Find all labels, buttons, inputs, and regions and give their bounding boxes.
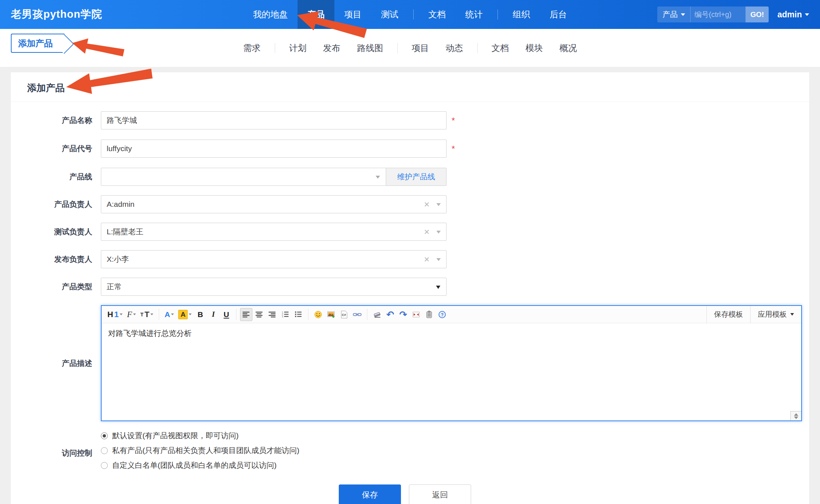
username: admin [777, 10, 802, 20]
access-option-whitelist[interactable]: 自定义白名单(团队成员和白名单的成员可以访问) [101, 460, 299, 470]
panel-title: 添加产品 [11, 72, 809, 102]
go-button[interactable]: GO! [746, 7, 769, 22]
insert-code-button[interactable]: C# [338, 308, 350, 321]
nav-project[interactable]: 项目 [334, 0, 371, 29]
fullscreen-button[interactable] [410, 308, 422, 321]
save-template-button[interactable]: 保存模板 [706, 306, 750, 323]
back-button[interactable]: 返回 [409, 484, 471, 504]
nav-my-dashboard[interactable]: 我的地盘 [243, 0, 298, 29]
align-left-button[interactable] [240, 308, 252, 321]
code-label: 产品代号 [11, 140, 101, 158]
radio-whitelist[interactable] [101, 462, 108, 469]
releaser-label: 发布负责人 [11, 250, 101, 268]
form-row-access: 访问控制 默认设置(有产品视图权限，即可访问) 私有产品(只有产品相关负责人和项… [11, 431, 809, 475]
topbar: 老男孩python学院 我的地盘 产品 项目 测试 文档 统计 组织 后台 产品… [0, 0, 820, 29]
nav-test[interactable]: 测试 [371, 0, 408, 29]
align-right-button[interactable] [266, 308, 278, 321]
align-center-button[interactable] [253, 308, 265, 321]
resize-up-icon [794, 413, 798, 416]
redo-button[interactable]: ↷ [397, 308, 409, 321]
release-owner-picker[interactable]: X:小李 × [101, 250, 447, 268]
subnav-doc[interactable]: 文档 [483, 42, 517, 54]
underline-button[interactable]: U [220, 308, 232, 321]
clear-icon[interactable]: × [424, 196, 430, 213]
clear-icon[interactable]: × [424, 251, 430, 268]
svg-text:3: 3 [282, 315, 283, 317]
app-brand: 老男孩python学院 [11, 7, 102, 22]
editor-content[interactable]: 对路飞学城进行总览分析 [102, 323, 801, 420]
access-option-default[interactable]: 默认设置(有产品视图权限，即可访问) [101, 431, 299, 441]
user-menu[interactable]: admin [777, 10, 809, 20]
form-row-code: 产品代号 * [11, 140, 809, 158]
redo-icon: ↷ [399, 310, 407, 319]
emoticon-button[interactable] [312, 308, 324, 321]
add-product-dropdown-button[interactable]: 添加产品 [11, 34, 64, 53]
italic-button[interactable]: I [207, 308, 219, 321]
product-owner-picker[interactable]: A:admin × [101, 195, 447, 213]
help-button[interactable]: ? [436, 308, 448, 321]
access-option-private[interactable]: 私有产品(只有产品相关负责人和项目团队成员才能访问) [101, 445, 299, 456]
toolbar-divider [159, 309, 159, 320]
product-code-input[interactable] [101, 140, 447, 158]
unordered-list-button[interactable] [292, 308, 304, 321]
subnav-story[interactable]: 需求 [235, 42, 269, 54]
subnav-dynamic[interactable]: 动态 [437, 42, 471, 54]
insert-image-button[interactable] [325, 308, 337, 321]
ordered-list-button[interactable]: 123 [279, 308, 291, 321]
line-label: 产品线 [11, 168, 101, 186]
nav-org[interactable]: 组织 [503, 0, 540, 29]
undo-button[interactable]: ↶ [384, 308, 396, 321]
bold-icon: B [198, 310, 203, 319]
svg-text:C#: C# [342, 313, 346, 317]
product-owner-value: A:admin [107, 200, 134, 208]
radio-default[interactable] [101, 432, 108, 439]
font-family-dropdown[interactable]: F [125, 308, 138, 321]
svg-text:?: ? [441, 312, 444, 317]
nav-divider [497, 9, 498, 20]
subnav-overview[interactable]: 概况 [551, 42, 585, 54]
nav-stats[interactable]: 统计 [456, 0, 492, 29]
product-type-select[interactable]: 正常 [101, 278, 447, 296]
heading-dropdown[interactable]: H1 [106, 308, 124, 321]
search-scope-select[interactable]: 产品 [657, 7, 691, 22]
radio-private[interactable] [101, 447, 108, 454]
subnav-roadmap[interactable]: 路线图 [349, 42, 392, 54]
text-color-picker[interactable]: A [163, 308, 176, 321]
chevron-down-icon [150, 313, 153, 315]
font-size-dropdown[interactable]: TT [138, 308, 155, 321]
product-name-input[interactable] [101, 111, 447, 129]
release-owner-value: X:小李 [107, 255, 129, 263]
test-owner-value: L:隔壁老王 [107, 227, 144, 236]
heading-icon: H [107, 310, 113, 319]
maintain-line-button[interactable]: 维护产品线 [386, 168, 447, 186]
save-button[interactable]: 保存 [339, 484, 401, 504]
add-product-form: 产品名称 * 产品代号 * 产品线 [11, 102, 809, 504]
chevron-down-icon [436, 286, 440, 289]
chevron-down-icon [133, 313, 136, 315]
paste-icon [426, 311, 432, 319]
subnav-divider [397, 43, 398, 53]
bold-button[interactable]: B [194, 308, 206, 321]
nav-doc[interactable]: 文档 [419, 0, 456, 29]
editor-resize-handle[interactable] [790, 411, 801, 420]
test-owner-picker[interactable]: L:隔壁老王 × [101, 223, 447, 241]
subnav-release[interactable]: 发布 [315, 42, 349, 54]
nav-product[interactable]: 产品 [298, 0, 334, 29]
remove-format-button[interactable] [371, 308, 383, 321]
chevron-down-icon [189, 313, 192, 315]
insert-link-button[interactable] [351, 308, 363, 321]
nav-divider [413, 9, 414, 20]
subnav-project[interactable]: 项目 [403, 42, 437, 54]
clear-icon[interactable]: × [424, 223, 430, 240]
insert-code-icon: C# [341, 311, 348, 319]
eraser-icon [373, 311, 381, 318]
product-line-select[interactable] [101, 168, 386, 186]
search-input[interactable] [691, 7, 746, 22]
subnav-plan[interactable]: 计划 [281, 42, 315, 54]
nav-backend[interactable]: 后台 [540, 0, 577, 29]
paste-button[interactable] [423, 308, 435, 321]
subnav-module[interactable]: 模块 [517, 42, 551, 54]
apply-template-button[interactable]: 应用模板 [750, 306, 801, 323]
highlight-color-picker[interactable]: A [176, 308, 193, 321]
tester-label: 测试负责人 [11, 223, 101, 241]
